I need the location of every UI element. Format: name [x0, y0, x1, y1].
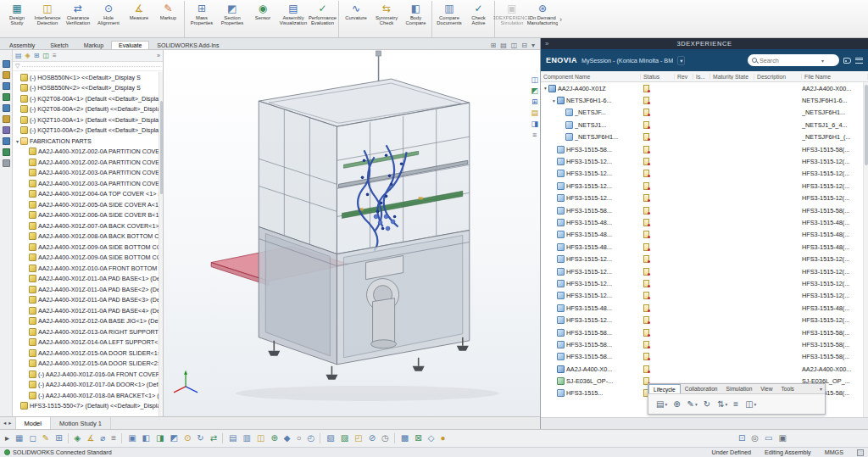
tree-item[interactable]: AA2J-A400-X01Z-013-0A RIGHT SUPPORT<1>: [13, 326, 163, 337]
collaboration-tool-button[interactable]: ≡: [733, 399, 739, 409]
search-box[interactable]: ▾: [748, 54, 839, 66]
viewport-side-icon[interactable]: ≡: [531, 131, 538, 139]
tree-item[interactable]: AA2J-A400-X01Z-002-0A PARTITION COVER A: [13, 147, 163, 158]
tree-item[interactable]: AA2J-A400-X01Z-010-0A FRONT BOTTOM CO: [13, 263, 163, 274]
tree-item[interactable]: AA2J-A400-X01Z-015-0A DOOR SLIDER<1> (D: [13, 348, 163, 359]
left-strip-icon[interactable]: [3, 60, 10, 68]
table-row[interactable]: HFS3-1515-58... HFS3-1515-58(...: [541, 326, 868, 338]
column-rev[interactable]: Rev: [675, 74, 693, 80]
view-tool-icon[interactable]: ◈: [75, 433, 81, 443]
viewport-side-icon[interactable]: ◩: [531, 86, 538, 95]
left-strip-icon[interactable]: [3, 137, 10, 145]
tree-item[interactable]: AA2J-A400-X01Z-011-0A PAD BASE<3> (Defa: [13, 295, 163, 306]
view-tool-icon[interactable]: ▸: [5, 433, 9, 443]
table-row[interactable]: HFS3-1515-58... HFS3-1515-58(...: [541, 338, 868, 350]
table-row[interactable]: HFS3-1515-48... HFS3-1515-48(...: [541, 216, 868, 228]
view-tool-icon[interactable]: ⊠: [415, 433, 421, 443]
table-row[interactable]: HFS3-1515-58... HFS3-1515-58(...: [541, 204, 868, 216]
ribbon-tool[interactable]: ✓ Check Active Document: [465, 1, 495, 37]
column-is[interactable]: Is...: [693, 74, 710, 80]
session-label[interactable]: MySession - (Konica Minolta - BM: [581, 57, 673, 64]
headsup-tool-icon[interactable]: ▾: [531, 42, 535, 49]
view-tool-icon[interactable]: ◆: [284, 433, 291, 443]
ribbon-tool[interactable]: ✎ Markup: [154, 1, 185, 37]
table-row[interactable]: HFS3-1515-12... HFS3-1515-12(...: [541, 290, 868, 302]
view-tool-icon[interactable]: ⊘: [369, 433, 376, 443]
headsup-tool-icon[interactable]: ◫: [511, 42, 518, 49]
left-strip-icon[interactable]: [3, 159, 10, 167]
table-row[interactable]: HFS3-1515-12... HFS3-1515-12(...: [541, 168, 868, 180]
view-tool-icon[interactable]: ◫: [257, 433, 264, 443]
left-strip-icon[interactable]: [3, 104, 10, 112]
tree-item[interactable]: (-) HOSB550N<2> <<Default>_Display S: [13, 83, 163, 94]
tree-item[interactable]: AA2J-A400-X01Z-008-0A BACK BOTTOM COV: [13, 231, 163, 242]
ribbon-tool[interactable]: ∡ Measure: [124, 1, 154, 37]
tree-item[interactable]: (-) KQ2T10-00A<1> (Default <<Default>_Di…: [13, 114, 163, 125]
view-tool-icon[interactable]: ▩: [401, 433, 409, 443]
session-dropdown-caret-icon[interactable]: ▾: [677, 56, 685, 65]
table-row[interactable]: HFS3-1515-12... HFS3-1515-12(...: [541, 277, 868, 289]
view-tool-icon[interactable]: ◴: [308, 433, 321, 443]
table-row[interactable]: HFS3-1515-12... HFS3-1515-12(...: [541, 155, 868, 167]
collaboration-tool-button[interactable]: ⇅ ▾: [717, 399, 727, 409]
view-tool-icon[interactable]: ⊞: [55, 433, 68, 443]
selection-filter-icon[interactable]: ▣: [779, 433, 787, 443]
tree-item[interactable]: AA2J-A400-X01Z-014-0A LEFT SUPPORT<1> (: [13, 337, 163, 348]
tree-item[interactable]: AA2J-A400-X01Z-007-0A BACK COVER<1> (D: [13, 220, 163, 231]
tree-item[interactable]: AA2J-A400-X01Z-003-0A PARTITION COVER B: [13, 168, 163, 179]
table-row[interactable]: ▾ AA2J-A400-X01Z AA2J-A400-X00...: [541, 82, 868, 94]
ribbon-tool[interactable]: ⊞ Mass Properties: [186, 1, 217, 37]
panel-scrollbar[interactable]: [863, 82, 868, 417]
ribbon-tool[interactable]: ◫ Interference Detection: [32, 1, 63, 37]
ribbon-tool[interactable]: ▥ Compare Documents: [434, 1, 465, 37]
collaboration-tab[interactable]: Lifecycle: [648, 384, 681, 393]
ribbon-overflow-chevron-icon[interactable]: ›: [559, 15, 562, 24]
feature-manager-tab-icon[interactable]: ◫: [42, 52, 49, 59]
ribbon-tool[interactable]: ⊛ On Demand Manufacturing: [527, 1, 558, 37]
view-tool-icon[interactable]: ∡: [86, 433, 94, 443]
feature-manager-tab-icon[interactable]: ▤: [15, 52, 22, 59]
table-row[interactable]: _NETSJ1... _NETSJ1_6_4...: [541, 119, 868, 131]
table-row[interactable]: ▾ NETSJF6H1-6... NETSJF6H1-6...: [541, 94, 868, 106]
collaboration-tool-button[interactable]: ↻: [704, 399, 711, 409]
table-row[interactable]: HFS3-1515-12... HFS3-1515-12(...: [541, 192, 868, 204]
graphics-viewport[interactable]: ◫ ◩ ⊞ ▤ ◨ ≡: [164, 50, 540, 416]
table-row[interactable]: HFS3-1515-12... HFS3-1515-12(...: [541, 265, 868, 277]
tree-item[interactable]: AA2J-A400-X01Z-002-0A PARTITION COVER A: [13, 157, 163, 168]
collaboration-tool-button[interactable]: ◫ ▾: [745, 399, 756, 409]
tree-item[interactable]: AA2J-A400-X01Z-003-0A PARTITION COVER B: [13, 178, 163, 189]
selection-filter-icon[interactable]: ▭: [765, 433, 772, 443]
collaboration-tab[interactable]: Tools: [777, 384, 798, 393]
viewport-side-icon[interactable]: ◫: [531, 75, 538, 84]
collaboration-tab[interactable]: Simulation: [722, 384, 757, 393]
view-tool-icon[interactable]: ◩: [170, 433, 177, 443]
table-row[interactable]: _NETSJF6H1... _NETSJF6H1_(...: [541, 131, 868, 143]
tree-item[interactable]: AA2J-A400-X01Z-015-0A DOOR SLIDER<2> (D: [13, 359, 163, 370]
view-tool-icon[interactable]: ⇄: [210, 433, 223, 443]
row-expand-arrow[interactable]: ▾: [551, 98, 557, 103]
ribbon-tool[interactable]: ◧ Body Compare: [402, 1, 432, 37]
tree-expand-arrow[interactable]: ▾: [14, 138, 20, 144]
tree-item[interactable]: ▾ FABRICATION PARTS: [13, 136, 163, 147]
headsup-tool-icon[interactable]: ▤: [500, 42, 507, 49]
selection-filter-icon[interactable]: ◎: [751, 433, 759, 443]
left-strip-icon[interactable]: [3, 71, 10, 79]
tree-item[interactable]: AA2J-A400-X01Z-009-0A SIDE BOTTOM COVE: [13, 253, 163, 264]
tree-item[interactable]: (-) AA2J-A400-X01Z-017-0A DOOR<1> (Defau…: [13, 380, 163, 391]
column-file-name[interactable]: File Name: [802, 74, 868, 80]
collaboration-tab[interactable]: View: [756, 384, 776, 393]
view-tool-icon[interactable]: ◧: [142, 433, 150, 443]
ribbon-tool[interactable]: ⇄ Clearance Verification: [63, 1, 93, 37]
command-tab[interactable]: Sketch: [42, 41, 75, 49]
collaboration-tool-button[interactable]: ✎ ▾: [687, 399, 698, 409]
tree-item[interactable]: AA2J-A400-X01Z-005-0A SIDE COVER A<1> (: [13, 199, 163, 210]
ribbon-tool[interactable]: ◉ Sensor: [248, 1, 278, 37]
tabs-caret-icon[interactable]: ▾: [820, 386, 825, 392]
view-tool-icon[interactable]: ✎: [42, 433, 49, 443]
view-tool-icon[interactable]: ▨: [341, 433, 348, 443]
panel-scrollbar-thumb[interactable]: [865, 85, 868, 165]
tree-item[interactable]: AA2J-A400-X01Z-011-0A PAD BASE<1> (Defa: [13, 274, 163, 285]
command-tab[interactable]: Assembly: [2, 41, 42, 49]
table-row[interactable]: HFS3-1515-48... HFS3-1515-48(...: [541, 302, 868, 314]
tree-item[interactable]: (-) KQ2T10-00A<2> (Default <<Default>_Di…: [13, 125, 163, 137]
